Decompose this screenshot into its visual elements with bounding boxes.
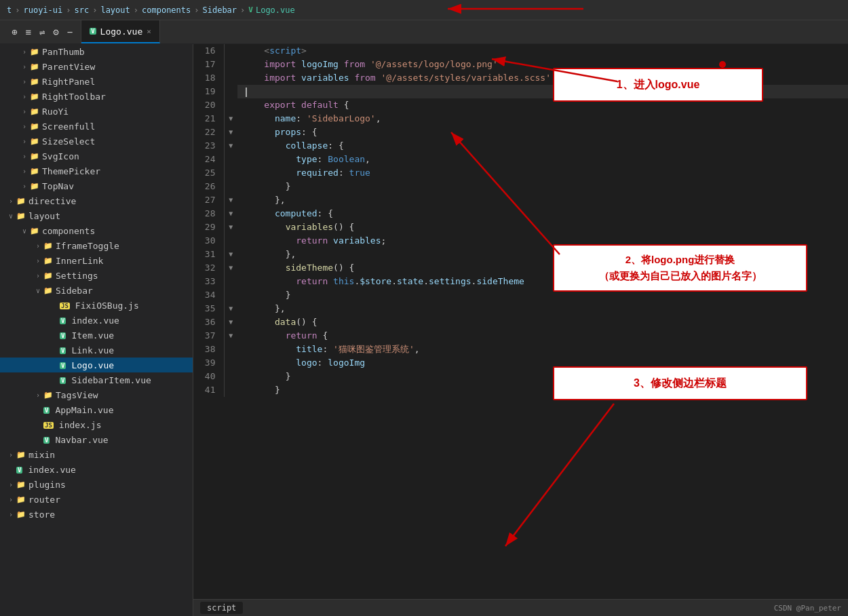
line-gutter bbox=[224, 153, 237, 166]
js-icon: JS bbox=[60, 301, 70, 310]
code-line-21: 21 ▼ name: 'SidebarLogo', bbox=[193, 112, 848, 126]
tree-item-appMain-vue[interactable]: › V AppMain.vue bbox=[0, 402, 193, 417]
line-number: 39 bbox=[193, 356, 224, 370]
arrow-icon: › bbox=[19, 138, 30, 145]
tab-swap-icon[interactable]: ⇌ bbox=[37, 25, 47, 39]
breadcrumb-item-sidebar[interactable]: Sidebar bbox=[203, 5, 237, 15]
line-gutter: ▼ bbox=[224, 112, 237, 126]
tree-item-router[interactable]: › 📁 router bbox=[0, 492, 193, 507]
code-line-28: 28 ▼ computed: { bbox=[193, 207, 848, 220]
tree-item-ruoYi[interactable]: › 📁 RuoYi bbox=[0, 104, 193, 119]
tab-settings-icon[interactable]: ⚙ bbox=[50, 25, 61, 39]
code-line-24: 24 type: Boolean, bbox=[193, 153, 848, 166]
bottom-tab-script[interactable]: script bbox=[200, 602, 243, 614]
arrow-icon: › bbox=[33, 391, 43, 399]
line-number: 31 bbox=[193, 248, 224, 261]
tree-item-screenfull[interactable]: › 📁 Screenfull bbox=[0, 119, 193, 134]
breadcrumb-sep-2: › bbox=[66, 5, 71, 15]
tree-item-rightToolbar[interactable]: › 📁 RightToolbar bbox=[0, 89, 193, 104]
arrow-icon: ∨ bbox=[33, 287, 43, 294]
tab-close-btn[interactable]: × bbox=[147, 27, 151, 36]
file-tree[interactable]: › 📁 PanThumb › 📁 ParentView › 📁 RightPan… bbox=[0, 44, 193, 616]
tree-item-svgIcon[interactable]: › 📁 SvgIcon bbox=[0, 149, 193, 163]
vue-icon: V bbox=[43, 406, 50, 415]
tree-item-rightPanel[interactable]: › 📁 RightPanel bbox=[0, 74, 193, 89]
tree-item-store[interactable]: › 📁 store bbox=[0, 507, 193, 522]
line-number: 22 bbox=[193, 126, 224, 139]
tree-item-sidebarItem-vue[interactable]: › V SidebarItem.vue bbox=[0, 372, 193, 387]
tree-item-parentView[interactable]: › 📁 ParentView bbox=[0, 59, 193, 74]
breadcrumb-item-ruoyiui[interactable]: ruoyi-ui bbox=[23, 5, 62, 15]
vue-icon: V bbox=[60, 346, 66, 355]
breadcrumb-item-layout[interactable]: layout bbox=[100, 5, 130, 15]
folder-icon: 📁 bbox=[30, 167, 39, 176]
line-number: 19 bbox=[193, 85, 224, 98]
breadcrumb-item-logovou[interactable]: Logo.vue bbox=[256, 5, 295, 15]
tree-item-item-vue[interactable]: › V Item.vue bbox=[0, 328, 193, 343]
tree-item-mixin[interactable]: › 📁 mixin bbox=[0, 447, 193, 462]
code-line-30: 30 return variables; bbox=[193, 234, 848, 248]
vue-icon-breadcrumb: V bbox=[248, 5, 253, 14]
csdn-watermark: CSDN @Pan_peter bbox=[774, 604, 841, 613]
line-code: } bbox=[237, 383, 848, 397]
tree-item-components[interactable]: ∨ 📁 components bbox=[0, 223, 193, 238]
code-line-38: 38 title: '猫咪图鉴管理系统', bbox=[193, 343, 848, 356]
tree-item-index-vue-sidebar[interactable]: › V index.vue bbox=[0, 313, 193, 328]
tree-item-settings[interactable]: › 📁 Settings bbox=[0, 268, 193, 283]
line-code: collapse: { bbox=[237, 139, 848, 153]
folder-icon: 📁 bbox=[16, 212, 26, 220]
tab-collapse-icon[interactable]: ⊕ bbox=[9, 25, 20, 39]
arrow-icon: › bbox=[5, 197, 16, 205]
tree-item-sidebar[interactable]: ∨ 📁 Sidebar bbox=[0, 283, 193, 298]
line-number: 21 bbox=[193, 112, 224, 126]
breadcrumb-sep-3: › bbox=[92, 5, 97, 15]
tree-item-link-vue[interactable]: › V Link.vue bbox=[0, 343, 193, 358]
arrow-icon: › bbox=[19, 108, 30, 115]
line-gutter: ▼ bbox=[224, 139, 237, 153]
line-code: computed: { bbox=[237, 207, 848, 220]
tree-item-navbar-vue[interactable]: › V Navbar.vue bbox=[0, 432, 193, 447]
tree-item-themePicker[interactable]: › 📁 ThemePicker bbox=[0, 163, 193, 178]
tree-item-logo-vue[interactable]: › V Logo.vue bbox=[0, 358, 193, 372]
tree-item-index-js[interactable]: › JS index.js bbox=[0, 417, 193, 432]
line-number: 32 bbox=[193, 261, 224, 275]
tree-item-plugins[interactable]: › 📁 plugins bbox=[0, 477, 193, 492]
tab-align-icon[interactable]: ≡ bbox=[22, 25, 33, 39]
tree-item-tagsView[interactable]: › 📁 TagsView bbox=[0, 387, 193, 402]
line-code: data() { bbox=[237, 315, 848, 329]
breadcrumb-item-src[interactable]: src bbox=[75, 5, 90, 15]
vue-icon: V bbox=[60, 376, 66, 385]
tree-item-iframeToggle[interactable]: › 📁 IframeToggle bbox=[0, 238, 193, 253]
code-line-39: 39 logo: logoImg bbox=[193, 356, 848, 370]
tree-item-directive[interactable]: › 📁 directive bbox=[0, 193, 193, 208]
line-number: 18 bbox=[193, 71, 224, 85]
line-gutter bbox=[224, 98, 237, 112]
tab-logovou[interactable]: V Logo.vue × bbox=[81, 20, 160, 43]
tree-item-topNav[interactable]: › 📁 TopNav bbox=[0, 178, 193, 193]
arrow-icon: › bbox=[19, 182, 30, 190]
line-number: 30 bbox=[193, 234, 224, 248]
line-gutter bbox=[224, 166, 237, 180]
tree-item-index-vue-root[interactable]: › V index.vue bbox=[0, 462, 193, 477]
tree-item-panThumb[interactable]: › 📁 PanThumb bbox=[0, 44, 193, 59]
code-content[interactable]: 16 <script> 17 import logoImg from '@/as… bbox=[193, 44, 848, 599]
line-gutter bbox=[224, 44, 237, 58]
line-code: } bbox=[237, 288, 848, 302]
tab-minus-icon[interactable]: − bbox=[64, 25, 75, 39]
folder-icon: 📁 bbox=[30, 152, 39, 161]
tree-item-fixiosbug[interactable]: › JS FixiOSBug.js bbox=[0, 298, 193, 313]
bottom-bar: script CSDN @Pan_peter bbox=[193, 599, 848, 616]
line-number: 28 bbox=[193, 207, 224, 220]
svg-line-7 bbox=[505, 404, 614, 546]
tree-item-sizeSelect[interactable]: › 📁 SizeSelect bbox=[0, 134, 193, 149]
breadcrumb-item-components[interactable]: components bbox=[142, 5, 191, 15]
line-code: return this.$store.state.settings.sideTh… bbox=[237, 275, 848, 288]
js-icon: JS bbox=[43, 421, 54, 429]
tree-item-layout[interactable]: ∨ 📁 layout bbox=[0, 208, 193, 223]
code-line-19: 19 bbox=[193, 85, 848, 98]
breadcrumb-item-t[interactable]: t bbox=[7, 5, 12, 15]
main-area: › 📁 PanThumb › 📁 ParentView › 📁 RightPan… bbox=[0, 44, 848, 616]
tree-item-innerLink[interactable]: › 📁 InnerLink bbox=[0, 253, 193, 268]
code-line-27: 27 ▼ }, bbox=[193, 193, 848, 207]
arrow-icon: ∨ bbox=[5, 212, 16, 220]
